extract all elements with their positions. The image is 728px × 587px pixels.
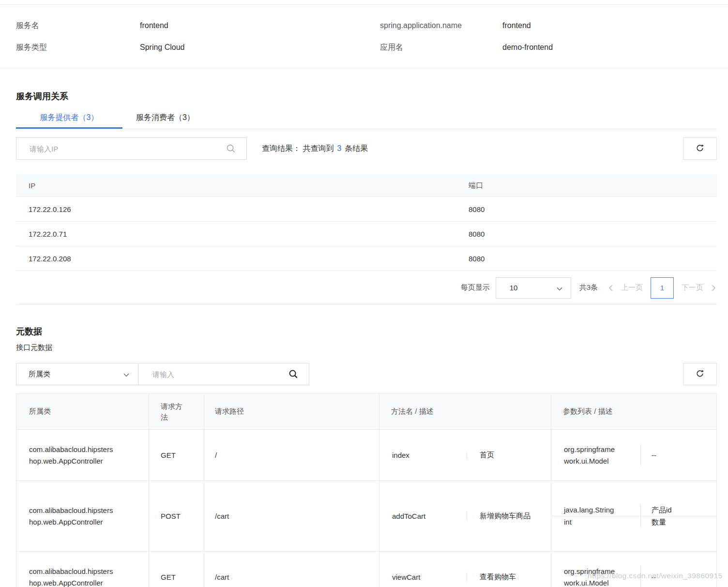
path-text: / bbox=[215, 451, 217, 459]
path-cell: /cart bbox=[204, 481, 379, 551]
call-relation-tabs: 服务提供者（3） 服务消费者（3） bbox=[16, 107, 717, 129]
param-desc-text: -- bbox=[652, 451, 656, 459]
refresh-button[interactable] bbox=[683, 363, 717, 385]
method-name-text: viewCart bbox=[392, 573, 420, 581]
result-suffix: 条结果 bbox=[345, 144, 368, 152]
app-name-field: 应用名 demo-frontend bbox=[380, 43, 553, 52]
meta-table-row: com.alibabacloud.hipstershop.web.AppCont… bbox=[16, 481, 716, 552]
page-size-value: 10 bbox=[510, 284, 518, 292]
refresh-icon bbox=[696, 144, 704, 154]
param-type: org.springframework.ui.Model bbox=[551, 444, 641, 467]
class-cell: com.alibabacloud.hipstershop.web.AppCont… bbox=[16, 552, 149, 587]
table-row: 172.22.0.1268080 bbox=[16, 197, 717, 222]
port-cell: 8080 bbox=[469, 255, 717, 263]
port-cell: 8080 bbox=[469, 205, 717, 213]
refresh-icon bbox=[696, 369, 704, 379]
ip-cell: 172.22.0.126 bbox=[16, 205, 469, 213]
method-name-desc-cell: viewCart查看购物车 bbox=[379, 552, 551, 587]
metadata-title: 元数据 bbox=[16, 326, 42, 337]
chevron-left-icon[interactable] bbox=[607, 285, 614, 291]
chevron-right-icon[interactable] bbox=[710, 285, 717, 291]
next-page-button[interactable]: 下一页 bbox=[682, 283, 703, 292]
tab-service-providers[interactable]: 服务提供者（3） bbox=[16, 107, 122, 129]
field-value: frontend bbox=[140, 21, 168, 30]
param-list: java.lang.String产品idint数量 bbox=[551, 504, 716, 528]
service-detail-page: 服务名 frontend 服务类型 Spring Cloud spring.ap… bbox=[0, 0, 728, 587]
field-label: 服务类型 bbox=[16, 43, 140, 52]
field-label: 应用名 bbox=[380, 43, 502, 52]
ip-column-header: IP bbox=[16, 181, 469, 190]
path-cell: / bbox=[204, 430, 379, 481]
port-column-header: 端口 bbox=[469, 181, 717, 190]
method-desc: 查看购物车 bbox=[467, 572, 551, 582]
column-header: 所属类 bbox=[16, 394, 149, 429]
method-desc-text: 首页 bbox=[480, 451, 494, 460]
interface-metadata-table: 所属类请求方法请求路径方法名 / 描述参数列表 / 描述 com.alibaba… bbox=[16, 393, 717, 587]
table-row: 172.22.0.718080 bbox=[16, 222, 717, 246]
param-desc: 产品id bbox=[641, 504, 716, 516]
path-text: /cart bbox=[215, 573, 229, 581]
params-cell: org.springframework.ui.Model-- bbox=[551, 430, 716, 481]
tab-service-consumers[interactable]: 服务消费者（3） bbox=[133, 107, 197, 129]
total-count-label: 共3条 bbox=[579, 283, 598, 292]
column-header: 方法名 / 描述 bbox=[379, 394, 551, 429]
param-row: int数量 bbox=[551, 516, 716, 528]
ip-search-box[interactable] bbox=[16, 137, 247, 160]
field-label: 服务名 bbox=[16, 21, 140, 30]
param-desc: -- bbox=[641, 444, 716, 467]
param-row: java.lang.String产品id bbox=[551, 504, 716, 516]
pagination-bar: 每页显示 10 共3条 上一页 1 下一页 bbox=[16, 271, 717, 304]
column-header: 请求方法 bbox=[149, 394, 204, 429]
service-type-field: 服务类型 Spring Cloud bbox=[16, 43, 185, 52]
meta-table-body: com.alibabacloud.hipstershop.web.AppCont… bbox=[16, 430, 716, 587]
ip-cell: 172.22.0.208 bbox=[16, 255, 469, 263]
page-size-select[interactable]: 10 bbox=[496, 277, 571, 299]
param-list: org.springframework.ui.Model-- bbox=[551, 444, 716, 467]
column-header-text: 参数列表 / 描述 bbox=[563, 407, 613, 416]
method-cell: POST bbox=[149, 481, 204, 551]
class-filter-value: 所属类 bbox=[29, 370, 50, 379]
method-desc: 新增购物车商品 bbox=[467, 512, 551, 521]
table-row: 172.22.0.2088080 bbox=[16, 246, 717, 271]
method-text: POST bbox=[161, 512, 181, 520]
class-filter-select[interactable]: 所属类 bbox=[16, 363, 138, 385]
class-name: com.alibabacloud.hipstershop.web.AppCont… bbox=[29, 444, 114, 467]
metadata-search-box[interactable] bbox=[138, 363, 309, 385]
method-name-text: addToCart bbox=[392, 512, 425, 520]
prev-page-button[interactable]: 上一页 bbox=[621, 283, 643, 292]
refresh-button[interactable] bbox=[683, 137, 717, 160]
ip-search-input[interactable] bbox=[16, 145, 226, 153]
class-name: com.alibabacloud.hipstershop.web.AppCont… bbox=[29, 505, 114, 528]
field-value: demo-frontend bbox=[502, 43, 553, 52]
field-value: frontend bbox=[502, 21, 531, 30]
method-name: addToCart bbox=[379, 512, 467, 520]
search-icon[interactable] bbox=[288, 369, 298, 379]
param-type: java.lang.String bbox=[551, 504, 641, 516]
meta-table-row: com.alibabacloud.hipstershop.web.AppCont… bbox=[16, 552, 716, 587]
param-type-text: java.lang.String bbox=[564, 504, 614, 516]
top-divider bbox=[0, 4, 728, 5]
method-name-text: index bbox=[392, 451, 410, 459]
method-desc: 首页 bbox=[467, 451, 551, 460]
param-type-text: int bbox=[564, 516, 572, 528]
current-page-button[interactable]: 1 bbox=[651, 277, 674, 299]
method-name-desc-cell: index首页 bbox=[379, 430, 551, 481]
column-header: 请求路径 bbox=[204, 394, 379, 429]
param-desc-text: 产品id bbox=[652, 506, 672, 515]
ip-table-body: 172.22.0.1268080172.22.0.718080172.22.0.… bbox=[16, 197, 717, 271]
port-cell: 8080 bbox=[469, 230, 717, 238]
metadata-toolbar: 所属类 bbox=[16, 363, 717, 385]
search-icon[interactable] bbox=[226, 144, 236, 153]
csdn-watermark: https://blog.csdn.net/weixin_39860915 bbox=[588, 572, 723, 580]
class-cell: com.alibabacloud.hipstershop.web.AppCont… bbox=[16, 430, 149, 481]
column-header: 参数列表 / 描述 bbox=[551, 394, 716, 429]
params-cell: java.lang.String产品idint数量 bbox=[551, 481, 716, 551]
method-name-desc-cell: addToCart新增购物车商品 bbox=[379, 481, 551, 551]
method-cell: GET bbox=[149, 552, 204, 587]
method-text: GET bbox=[161, 451, 176, 459]
ip-cell: 172.22.0.71 bbox=[16, 230, 469, 238]
metadata-search-input[interactable] bbox=[138, 370, 288, 378]
path-text: /cart bbox=[215, 512, 229, 520]
column-header-text: 所属类 bbox=[29, 407, 51, 416]
section-divider bbox=[0, 68, 728, 68]
